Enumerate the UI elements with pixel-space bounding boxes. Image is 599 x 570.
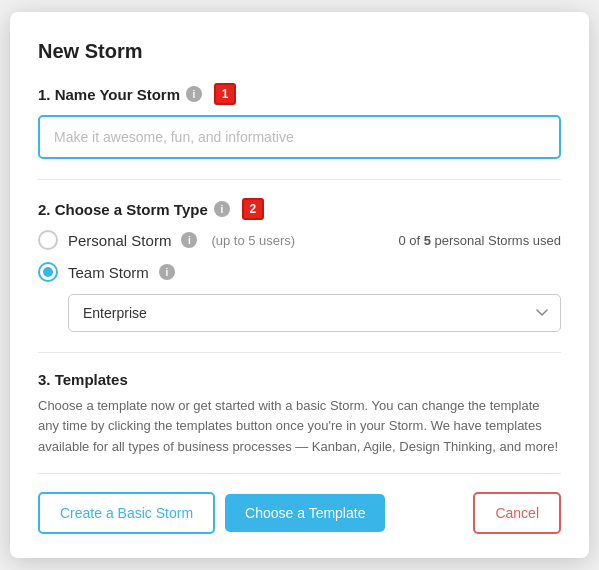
team-storm-info-icon[interactable]: i bbox=[159, 264, 175, 280]
storm-type-section: 2. Choose a Storm Type i 2 Personal Stor… bbox=[38, 198, 561, 332]
create-basic-button[interactable]: Create a Basic Storm bbox=[38, 492, 215, 534]
new-storm-modal: New Storm 1. Name Your Storm i 1 2. Choo… bbox=[10, 12, 589, 557]
step-badge-2: 2 bbox=[242, 198, 264, 220]
storm-name-input[interactable] bbox=[38, 115, 561, 159]
divider-2 bbox=[38, 352, 561, 353]
enterprise-dropdown-wrapper: Enterprise Basic Pro bbox=[68, 294, 561, 332]
divider-1 bbox=[38, 179, 561, 180]
usage-count: 0 of bbox=[398, 233, 423, 248]
personal-storm-option[interactable]: Personal Storm i (up to 5 users) 0 of 5 … bbox=[38, 230, 561, 250]
templates-section: 3. Templates Choose a template now or ge… bbox=[38, 371, 561, 456]
usage-bold: 5 bbox=[424, 233, 431, 248]
storm-type-info-icon[interactable]: i bbox=[214, 201, 230, 217]
enterprise-dropdown[interactable]: Enterprise Basic Pro bbox=[68, 294, 561, 332]
modal-title: New Storm bbox=[38, 40, 561, 63]
personal-storm-sublabel: (up to 5 users) bbox=[211, 233, 295, 248]
name-section: 1. Name Your Storm i 1 bbox=[38, 83, 561, 159]
team-storm-label: Team Storm bbox=[68, 264, 149, 281]
cancel-button[interactable]: Cancel bbox=[473, 492, 561, 534]
choose-template-button[interactable]: Choose a Template bbox=[225, 494, 385, 532]
usage-suffix: personal Storms used bbox=[431, 233, 561, 248]
templates-title: 3. Templates bbox=[38, 371, 561, 388]
footer-buttons: Create a Basic Storm Choose a Template C… bbox=[38, 473, 561, 534]
name-info-icon[interactable]: i bbox=[186, 86, 202, 102]
personal-storm-usage: 0 of 5 personal Storms used bbox=[398, 233, 561, 248]
team-storm-radio[interactable] bbox=[38, 262, 58, 282]
templates-description: Choose a template now or get started wit… bbox=[38, 396, 561, 456]
storm-type-label: 2. Choose a Storm Type i 2 bbox=[38, 198, 561, 220]
step-badge-1: 1 bbox=[214, 83, 236, 105]
personal-storm-info-icon[interactable]: i bbox=[181, 232, 197, 248]
personal-storm-radio[interactable] bbox=[38, 230, 58, 250]
team-storm-option[interactable]: Team Storm i bbox=[38, 262, 561, 282]
personal-storm-label: Personal Storm bbox=[68, 232, 171, 249]
name-section-label: 1. Name Your Storm i 1 bbox=[38, 83, 561, 105]
